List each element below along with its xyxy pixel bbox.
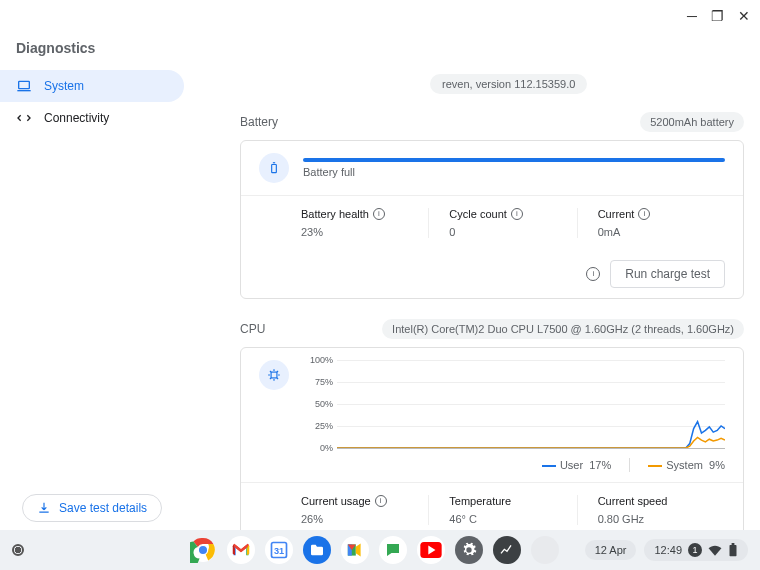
cpu-icon (259, 360, 289, 390)
files-icon[interactable] (303, 536, 331, 564)
laptop-icon (16, 78, 32, 94)
info-icon[interactable]: i (586, 267, 600, 281)
chart-tick: 0% (320, 443, 333, 453)
sidebar-item-system[interactable]: System (0, 70, 184, 102)
system-tray[interactable]: 12 Apr 12:49 1 (585, 539, 748, 561)
save-test-details-button[interactable]: Save test details (22, 494, 162, 522)
chart-tick: 75% (315, 377, 333, 387)
settings-icon[interactable] (455, 536, 483, 564)
cpu-section-header: CPU Intel(R) Core(TM)2 Duo CPU L7500 @ 1… (240, 319, 744, 339)
main-content: reven, version 112.15359.0 Battery 5200m… (240, 74, 744, 530)
page-title: Diagnostics (16, 40, 95, 56)
svg-rect-0 (19, 81, 30, 88)
sidebar-item-label: System (44, 79, 84, 93)
cpu-card: 0%25%50%75%100% User 17% System 9% Curre… (240, 347, 744, 530)
sidebar: System Connectivity (0, 70, 190, 134)
sidebar-item-connectivity[interactable]: Connectivity (0, 102, 184, 134)
run-charge-test-button[interactable]: Run charge test (610, 260, 725, 288)
current-speed-value: 0.80 GHz (598, 513, 725, 525)
legend-user-label: User (560, 459, 583, 471)
shelf-apps: 31 (189, 536, 559, 564)
svg-text:31: 31 (274, 546, 284, 556)
account-icon[interactable] (531, 536, 559, 564)
battery-section-label: Battery (240, 115, 278, 129)
calendar-icon[interactable]: 31 (265, 536, 293, 564)
cycle-count-value: 0 (449, 226, 576, 238)
download-icon (37, 501, 51, 515)
notification-badge-icon: 1 (688, 543, 702, 557)
current-value: 0mA (598, 226, 725, 238)
minimize-button[interactable]: ─ (687, 8, 697, 24)
close-button[interactable]: ✕ (738, 8, 750, 24)
cpu-model-chip: Intel(R) Core(TM)2 Duo CPU L7500 @ 1.60G… (382, 319, 744, 339)
legend-user-value: 17% (589, 459, 611, 471)
chart-tick: 100% (310, 355, 333, 365)
battery-tray-icon (728, 543, 738, 557)
sidebar-item-label: Connectivity (44, 111, 109, 125)
youtube-icon[interactable] (417, 536, 445, 564)
meet-icon[interactable] (341, 536, 369, 564)
battery-section-header: Battery 5200mAh battery (240, 112, 744, 132)
chat-icon[interactable] (379, 536, 407, 564)
current-usage-label: Current usage (301, 495, 371, 507)
battery-capacity-chip: 5200mAh battery (640, 112, 744, 132)
current-speed-label: Current speed (598, 495, 668, 507)
date-pill[interactable]: 12 Apr (585, 540, 637, 560)
chart-tick: 50% (315, 399, 333, 409)
status-pill[interactable]: 12:49 1 (644, 539, 748, 561)
connectivity-icon (16, 110, 32, 126)
battery-health-label: Battery health (301, 208, 369, 220)
svg-rect-9 (730, 545, 737, 556)
svg-rect-10 (732, 543, 735, 545)
battery-status-text: Battery full (303, 166, 725, 178)
cpu-chart-legend: User 17% System 9% (241, 454, 743, 482)
cpu-section-label: CPU (240, 322, 265, 336)
current-label: Current (598, 208, 635, 220)
wifi-icon (708, 544, 722, 556)
shelf: 31 12 Apr 12:49 1 (0, 530, 760, 570)
info-icon[interactable]: i (511, 208, 523, 220)
launcher-button[interactable] (12, 544, 24, 556)
metrics-icon[interactable] (493, 536, 521, 564)
battery-card: Battery full Battery healthi 23% Cycle c… (240, 140, 744, 299)
temperature-label: Temperature (449, 495, 511, 507)
battery-icon (259, 153, 289, 183)
chart-tick: 25% (315, 421, 333, 431)
cpu-usage-chart: 0%25%50%75%100% (337, 360, 725, 448)
temperature-value: 46° C (449, 513, 576, 525)
battery-progress-bar (303, 158, 725, 162)
cycle-count-label: Cycle count (449, 208, 506, 220)
info-icon[interactable]: i (638, 208, 650, 220)
info-icon[interactable]: i (373, 208, 385, 220)
chrome-icon[interactable] (189, 536, 217, 564)
legend-system-label: System (666, 459, 703, 471)
gmail-icon[interactable] (227, 536, 255, 564)
battery-health-value: 23% (301, 226, 428, 238)
info-icon[interactable]: i (375, 495, 387, 507)
restore-button[interactable]: ❐ (711, 8, 724, 24)
version-chip: reven, version 112.15359.0 (430, 74, 587, 94)
legend-system-value: 9% (709, 459, 725, 471)
svg-rect-2 (271, 372, 277, 378)
current-usage-value: 26% (301, 513, 428, 525)
svg-rect-1 (272, 165, 277, 173)
